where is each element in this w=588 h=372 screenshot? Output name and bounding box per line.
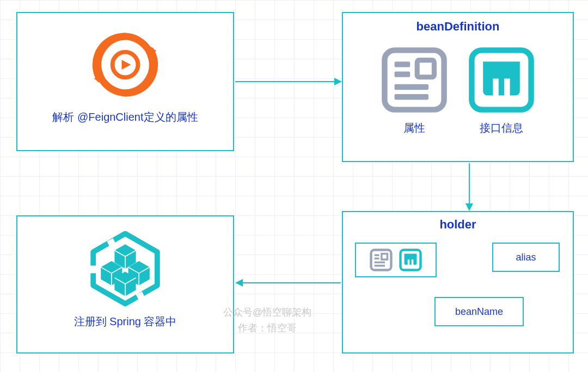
svg-rect-8 xyxy=(395,84,428,90)
box-register-spring: 注册到 Spring 容器中 xyxy=(16,215,234,354)
svg-rect-9 xyxy=(395,94,428,100)
document-icon xyxy=(379,45,450,115)
svg-line-14 xyxy=(137,295,143,298)
beanname-box: beanName xyxy=(434,297,524,326)
svg-rect-5 xyxy=(395,61,411,67)
svg-rect-6 xyxy=(395,71,411,77)
mini-beandefinition xyxy=(355,243,437,277)
svg-rect-27 xyxy=(375,262,385,264)
svg-rect-26 xyxy=(382,254,388,260)
box-bean-definition: beanDefinition 属性 接口信息 xyxy=(342,12,574,162)
box-holder: holder alias beanName xyxy=(342,211,574,354)
cube-cluster-icon xyxy=(87,231,163,307)
iface-label: 接口信息 xyxy=(480,121,523,135)
svg-line-12 xyxy=(108,241,114,245)
attr-label: 属性 xyxy=(403,121,425,135)
interface-icon xyxy=(466,45,537,115)
box1-caption: 解析 @FeignClient定义的属性 xyxy=(17,110,233,125)
box-parse-feignclient: 解析 @FeignClient定义的属性 xyxy=(16,12,234,151)
box2-title: beanDefinition xyxy=(343,20,573,34)
box4-title: holder xyxy=(343,218,573,232)
svg-rect-24 xyxy=(375,254,379,256)
svg-rect-7 xyxy=(417,60,434,77)
svg-marker-3 xyxy=(122,60,131,70)
alias-box: alias xyxy=(492,243,560,272)
interface-icon-small xyxy=(399,248,422,272)
document-icon-small xyxy=(369,248,393,272)
box3-caption: 注册到 Spring 容器中 xyxy=(17,314,233,329)
svg-rect-25 xyxy=(375,258,379,260)
refresh-play-icon xyxy=(90,29,161,100)
svg-rect-28 xyxy=(375,265,385,267)
